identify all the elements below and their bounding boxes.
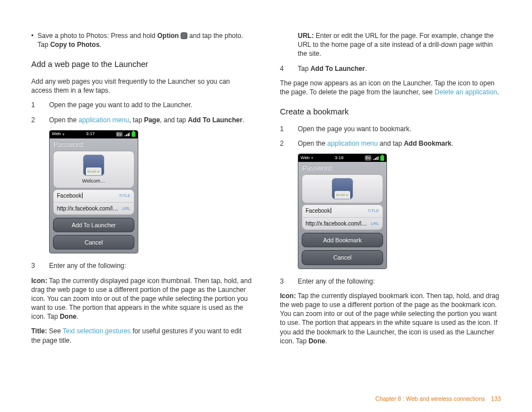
step-number: 4	[280, 64, 290, 73]
network-label: Ev	[365, 155, 371, 160]
cancel-button[interactable]: Cancel	[302, 250, 383, 265]
link-text-selection-gestures[interactable]: Text selection gestures	[62, 327, 130, 335]
status-time: 3:18	[335, 155, 344, 161]
step-number: 2	[280, 139, 290, 148]
after-text: The page now appears as an icon on the L…	[280, 79, 501, 97]
title-field[interactable]: Facebook TITLE	[54, 190, 134, 202]
url-value: http://x.facebook.com/l…	[306, 220, 367, 228]
page: • Save a photo to Photos: Press and hold…	[0, 0, 532, 412]
title-value: Facebook	[306, 207, 331, 215]
url-hint: URL	[122, 206, 130, 211]
page-icon-thumbnail[interactable]: Email or	[83, 155, 104, 176]
bm-step-2: 2 Open the application menu and tap Add …	[280, 139, 501, 148]
step-number: 3	[31, 261, 41, 270]
cancel-button[interactable]: Cancel	[53, 235, 134, 250]
step-1: 1 Open the page you want to add to the L…	[31, 100, 252, 109]
battery-icon	[380, 156, 384, 161]
icon-paragraph: Icon: Tap the currently displayed page i…	[31, 276, 252, 322]
page-footer: Chapter 8 : Web and wireless connections…	[31, 392, 501, 402]
url-hint: URL	[371, 221, 379, 226]
step-number: 2	[31, 116, 41, 124]
bm-icon-paragraph: Icon: Tap the currently displayed bookma…	[280, 291, 501, 346]
status-web-label: Web	[52, 131, 61, 137]
icon-caption: Welcom…	[82, 178, 105, 184]
url-field[interactable]: http://x.facebook.com/l… URL	[54, 202, 134, 215]
status-time: 3:17	[86, 131, 95, 137]
step-2: 2 Open the application menu, tap Page, a…	[31, 116, 252, 124]
url-paragraph: URL: Enter or edit the URL for the page.…	[298, 31, 501, 59]
password-title: Password:	[298, 162, 386, 173]
bm-step-1: 1 Open the page you want to bookmark.	[280, 124, 501, 133]
network-label: Ev	[116, 132, 123, 137]
status-bar: Web▾ 3:18 Ev	[298, 154, 386, 162]
option-key-icon	[181, 32, 187, 39]
step-number: 1	[280, 124, 290, 133]
add-to-launcher-button[interactable]: Add To Launcher	[53, 218, 134, 232]
link-application-menu[interactable]: application menu	[327, 140, 378, 147]
phone-screenshot-launcher: Web▾ 3:17 Ev Password: Email or Welcom…	[49, 130, 138, 254]
bullet-marker: •	[31, 31, 33, 49]
bm-step-3: 3 Enter any of the following:	[280, 277, 501, 286]
thumb-inner-text: Email or	[335, 191, 351, 199]
intro-text: Add any web pages you visit frequently t…	[31, 77, 252, 95]
fields-panel: Facebook TITLE http://x.facebook.com/l… …	[302, 204, 383, 230]
status-bar: Web▾ 3:17 Ev	[50, 131, 138, 138]
fields-panel: Facebook TITLE http://x.facebook.com/l… …	[53, 189, 134, 215]
columns: • Save a photo to Photos: Press and hold…	[31, 31, 501, 392]
signal-icon	[373, 156, 379, 160]
option-label: Option	[157, 32, 179, 40]
status-web-label: Web	[301, 155, 309, 161]
link-delete-application[interactable]: Delete an application	[434, 88, 497, 96]
page-icon-thumbnail[interactable]: Email or	[332, 178, 353, 199]
title-hint: TITLE	[119, 193, 130, 198]
battery-icon	[132, 132, 136, 137]
step-number: 3	[280, 277, 290, 286]
password-title: Password:	[50, 138, 138, 150]
phone-screenshot-bookmark: Web▾ 3:18 Ev Password: Email or	[298, 154, 387, 269]
chevron-down-icon: ▾	[62, 132, 65, 137]
page-number: 133	[491, 395, 501, 402]
title-hint: TITLE	[367, 208, 379, 213]
icon-panel: Email or Welcom…	[53, 151, 134, 188]
chapter-label: Chapter 8 : Web and wireless connections	[375, 395, 485, 402]
left-column: • Save a photo to Photos: Press and hold…	[31, 31, 252, 392]
url-value: http://x.facebook.com/l…	[57, 205, 118, 213]
title-value: Facebook	[57, 192, 83, 200]
bullet-text: Save a photo to Photos: Press and hold O…	[37, 31, 252, 49]
thumb-inner-text: Email or	[86, 167, 102, 175]
signal-icon	[124, 132, 130, 136]
step-3: 3 Enter any of the following:	[31, 261, 252, 270]
chevron-down-icon: ▾	[311, 155, 313, 160]
bullet-item: • Save a photo to Photos: Press and hold…	[31, 31, 252, 49]
right-column: URL: Enter or edit the URL for the page.…	[280, 31, 501, 392]
icon-panel: Email or	[302, 174, 383, 203]
step-number: 1	[31, 100, 41, 109]
url-field[interactable]: http://x.facebook.com/l… URL	[302, 217, 383, 230]
copy-to-photos-label: Copy to Photos	[50, 41, 100, 49]
add-bookmark-button[interactable]: Add Bookmark	[302, 233, 383, 247]
link-application-menu[interactable]: application menu	[79, 116, 129, 124]
heading-add-to-launcher: Add a web page to the Launcher	[31, 59, 252, 70]
title-field[interactable]: Facebook TITLE	[302, 205, 383, 217]
step-4: 4 Tap Add To Launcher.	[280, 64, 501, 73]
heading-create-bookmark: Create a bookmark	[280, 107, 501, 118]
title-paragraph: Title: See Text selection gestures for u…	[31, 327, 252, 344]
